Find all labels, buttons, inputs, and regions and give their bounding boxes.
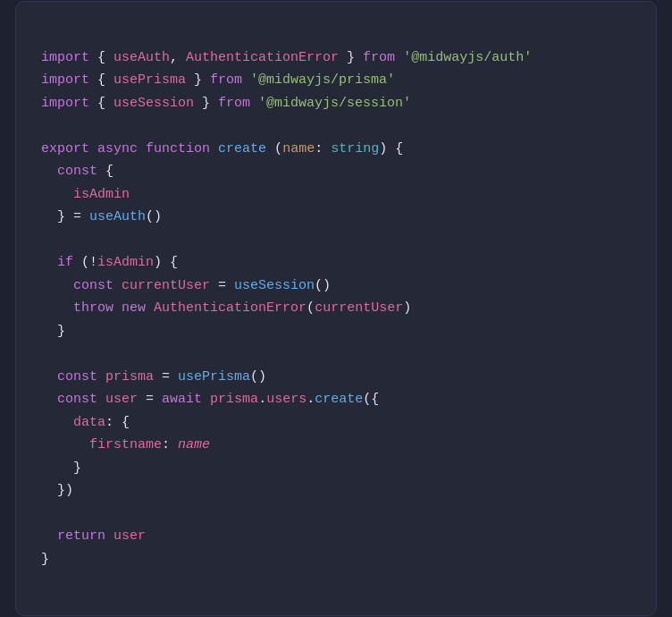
- line-21: [41, 506, 49, 521]
- line-10: if (!isAdmin) {: [41, 255, 178, 270]
- line-8: } = useAuth(): [41, 209, 162, 224]
- code-block: import { useAuth, AuthenticationError } …: [41, 23, 631, 594]
- line-23: }: [41, 552, 49, 567]
- line-6: const {: [41, 164, 113, 179]
- line-17: data: {: [41, 415, 130, 430]
- line-5: export async function create (name: stri…: [41, 141, 403, 156]
- line-2: import { usePrisma } from '@midwayjs/pri…: [41, 72, 395, 88]
- line-14: [41, 346, 49, 361]
- line-16: const user = await prisma.users.create({: [41, 392, 379, 407]
- line-22: return user: [41, 528, 146, 544]
- line-19: }: [41, 461, 81, 476]
- line-1: import { useAuth, AuthenticationError } …: [41, 50, 532, 65]
- line-12: throw new AuthenticationError(currentUse…: [41, 300, 411, 316]
- code-window: import { useAuth, AuthenticationError } …: [15, 1, 657, 616]
- line-18: firstname: name: [41, 437, 210, 452]
- line-11: const currentUser = useSession(): [41, 278, 331, 293]
- line-4: [41, 118, 49, 133]
- line-9: [41, 232, 49, 248]
- line-13: }: [41, 324, 65, 339]
- line-7: isAdmin: [41, 187, 130, 202]
- line-15: const prisma = usePrisma(): [41, 369, 266, 385]
- line-20: }): [41, 483, 73, 498]
- line-3: import { useSession } from '@midwayjs/se…: [41, 96, 411, 111]
